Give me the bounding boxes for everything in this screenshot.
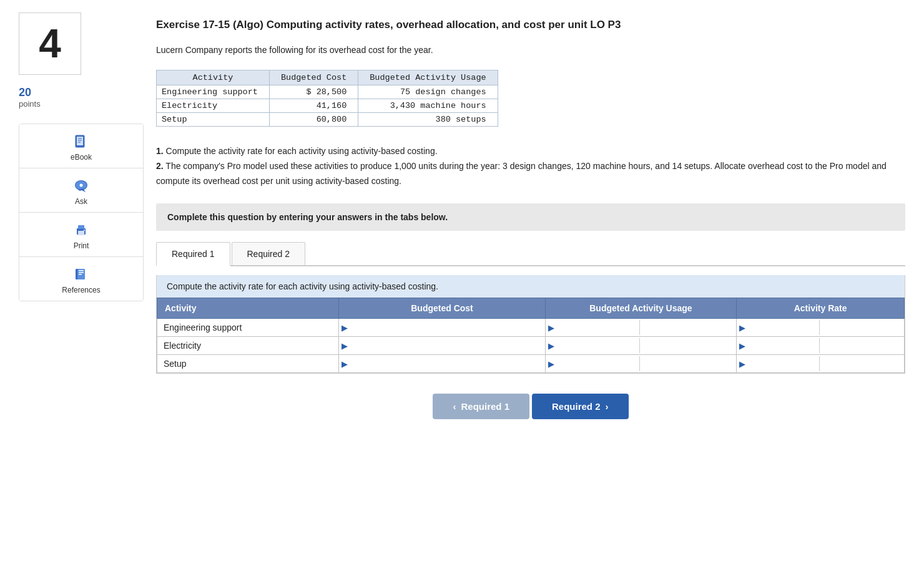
answer-row1-rate-cell: ▶ [737, 319, 905, 337]
row2-usage: 3,430 machine hours [358, 99, 498, 113]
answer-row1-rate-num-input[interactable] [747, 320, 784, 335]
points-number: 20 [19, 86, 31, 99]
main-content: Exercise 17-15 (Algo) Computing activity… [156, 12, 905, 425]
answer-row2-usage-unit-input[interactable] [642, 338, 686, 353]
answer-row2-rate-unit-input[interactable] [822, 338, 872, 353]
answer-row3-usage-unit-input[interactable] [642, 356, 686, 371]
references-icon [72, 266, 90, 283]
sidebar-actions: eBook Ask [19, 124, 144, 301]
complete-banner: Complete this question by entering your … [156, 203, 905, 231]
answer-header-usage: Budgeted Activity Usage [545, 298, 737, 319]
answer-row1-rate-unit-input[interactable] [822, 320, 872, 335]
row1-usage-num-arrow: ▶ [548, 323, 554, 332]
data-table-header-usage: Budgeted Activity Usage [358, 70, 498, 85]
answer-row2-cost-cell: ▶ [339, 337, 545, 355]
ask-icon [72, 177, 90, 195]
data-table: Activity Budgeted Cost Budgeted Activity… [156, 70, 498, 127]
answer-row3-activity: Setup [157, 355, 339, 373]
answer-header-activity: Activity [157, 298, 339, 319]
row2-rate-num-arrow: ▶ [739, 341, 745, 351]
answer-row2-activity: Electricity [157, 337, 339, 355]
data-table-header-cost: Budgeted Cost [269, 70, 358, 85]
ask-label: Ask [75, 197, 87, 206]
points-label: points [19, 99, 41, 109]
instruction-1: 1. Compute the activity rate for each ac… [156, 144, 905, 159]
ebook-button[interactable]: eBook [19, 124, 143, 168]
svg-point-7 [80, 184, 83, 187]
row3-activity: Setup [157, 113, 270, 127]
ebook-icon [72, 133, 90, 150]
next-button[interactable]: Required 2 › [532, 394, 629, 419]
ask-button[interactable]: Ask [19, 168, 143, 213]
answer-row3-cost-input[interactable] [349, 356, 542, 371]
row2-activity: Electricity [157, 99, 270, 113]
tab1-description: Compute the activity rate for each activ… [157, 275, 905, 298]
answer-row2-cost-input[interactable] [349, 338, 542, 353]
tab-required1[interactable]: Required 1 [156, 242, 230, 266]
question-number: 4 [39, 21, 61, 67]
row3-cost: 60,800 [269, 113, 358, 127]
answer-row1-cost-input[interactable] [349, 320, 542, 335]
answer-row2-usage-cell: ▶ [545, 337, 737, 355]
answer-row2-rate-num-input[interactable] [747, 338, 784, 353]
next-label: Required 2 [552, 401, 601, 412]
ebook-label: eBook [71, 153, 92, 162]
prev-label: Required 1 [461, 401, 509, 412]
print-icon [72, 221, 90, 239]
row3-cost-arrow: ▶ [342, 359, 348, 369]
svg-rect-17 [79, 274, 82, 275]
answer-row3-cost-cell: ▶ [339, 355, 545, 373]
answer-row1-usage-unit-input[interactable] [642, 320, 686, 335]
references-label: References [62, 286, 100, 294]
table-row: Electricity 41,160 3,430 machine hours [157, 99, 498, 113]
data-table-header-activity: Activity [157, 70, 270, 85]
row1-cost: $ 28,500 [269, 85, 358, 99]
question-number-box: 4 [19, 12, 81, 75]
row2-usage-num-arrow: ▶ [548, 341, 554, 351]
sidebar: 4 20 points eBook [19, 12, 144, 425]
answer-header-cost: Budgeted Cost [339, 298, 545, 319]
next-arrow: › [606, 401, 609, 412]
nav-buttons: ‹ Required 1 Required 2 › [156, 394, 905, 419]
row1-rate-num-arrow: ▶ [739, 323, 745, 332]
row3-usage: 380 setups [358, 113, 498, 127]
answer-row2-usage-num-input[interactable] [556, 338, 593, 353]
answer-row3-usage-num-input[interactable] [556, 356, 593, 371]
answer-row3-rate-cell: ▶ [737, 355, 905, 373]
prev-arrow: ‹ [453, 401, 456, 412]
svg-rect-1 [77, 137, 83, 145]
svg-rect-10 [78, 225, 84, 229]
svg-rect-16 [79, 272, 84, 273]
row3-rate-num-arrow: ▶ [739, 359, 745, 369]
tab-required2[interactable]: Required 2 [232, 242, 306, 265]
answer-row-2: Electricity ▶ ▶ [157, 337, 905, 355]
answer-row-1: Engineering support ▶ ▶ [157, 319, 905, 337]
svg-point-12 [84, 230, 85, 231]
answer-row3-usage-cell: ▶ [545, 355, 737, 373]
answer-row3-rate-unit-input[interactable] [822, 356, 872, 371]
data-table-wrap: Activity Budgeted Cost Budgeted Activity… [156, 70, 905, 127]
tab-content-area: Compute the activity rate for each activ… [156, 275, 905, 374]
instructions: 1. Compute the activity rate for each ac… [156, 144, 905, 188]
table-row: Engineering support $ 28,500 75 design c… [157, 85, 498, 99]
instruction-2: 2. The company's Pro model used these ac… [156, 159, 905, 189]
row3-usage-num-arrow: ▶ [548, 359, 554, 369]
row1-usage: 75 design changes [358, 85, 498, 99]
prev-button[interactable]: ‹ Required 1 [433, 394, 529, 419]
row2-cost: 41,160 [269, 99, 358, 113]
answer-row1-activity: Engineering support [157, 319, 339, 337]
tabs-bar: Required 1 Required 2 [156, 242, 905, 266]
references-button[interactable]: References [19, 257, 143, 301]
answer-table-wrap: Activity Budgeted Cost Budgeted Activity… [157, 298, 905, 373]
exercise-title: Exercise 17-15 (Algo) Computing activity… [156, 19, 905, 31]
answer-table: Activity Budgeted Cost Budgeted Activity… [157, 298, 905, 373]
svg-rect-15 [79, 270, 84, 271]
answer-row-3: Setup ▶ ▶ [157, 355, 905, 373]
print-button[interactable]: Print [19, 213, 143, 257]
answer-header-rate: Activity Rate [737, 298, 905, 319]
intro-text: Lucern Company reports the following for… [156, 45, 905, 55]
table-row: Setup 60,800 380 setups [157, 113, 498, 127]
answer-row3-rate-num-input[interactable] [747, 356, 784, 371]
answer-row1-usage-num-input[interactable] [556, 320, 593, 335]
svg-rect-11 [78, 231, 84, 235]
